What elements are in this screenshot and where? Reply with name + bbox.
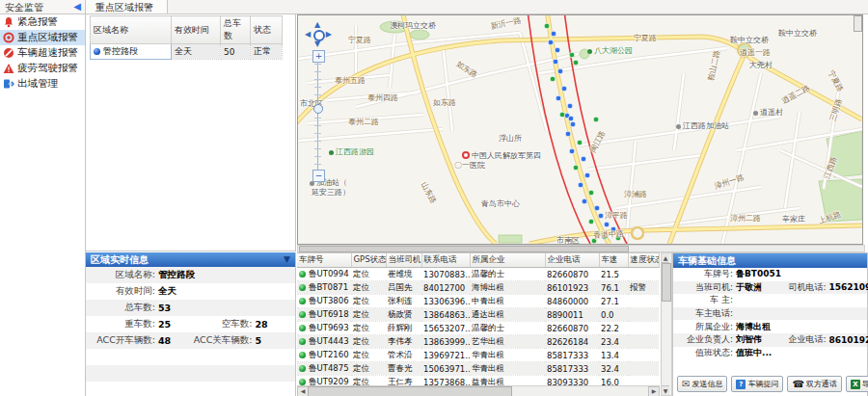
pan-left-icon[interactable]: ◀ [305,31,311,39]
sidebar-item-no-entry[interactable]: 车辆超速报警 [0,45,85,61]
vehicle-marker-green[interactable] [573,165,579,171]
vehicle-marker-green[interactable] [588,219,594,224]
info-row: 车主电话: [673,307,867,321]
info-row: 车 主: [673,294,867,307]
vehicle-marker-blue[interactable] [567,103,573,109]
vehicle-row[interactable]: 鲁UT9693定位薛辉刚15653207...温馨的士8266087022.2 [297,322,659,335]
vehicle-marker-blue[interactable] [598,213,604,219]
export-icon: X [851,380,860,389]
vehicle-row[interactable]: 鲁UT4875定位曹春光15063971...华青出租8581733332.4 [297,362,659,376]
vehicle-row[interactable]: 鲁UT3806定位张利连13306396...中青出租8486000027.1 [297,295,659,308]
column-header[interactable]: 状态 [251,16,283,44]
vehicle-marker-blue[interactable] [604,222,610,227]
column-header[interactable]: 所属企业 [470,253,545,268]
scroll-up-arrow-icon[interactable]: ▲ [662,253,669,263]
pan-up-icon[interactable]: ▲ [314,21,320,29]
vehicle-row[interactable]: 鲁BT0871定位吕国先84012700海博出租8610192376.1报警 [297,281,659,295]
map-label: 逍遥村 [753,107,783,118]
vehicle-table-horizontal-scrollbar[interactable]: ◀ ▶ [297,385,660,396]
map[interactable]: 宁夏路宁夏路宁夏路新沂一路如东路如东路泰州五路泰州四路泰州二路山东路澳柯玛立交桥… [297,14,863,245]
zoom-out-button[interactable]: − [312,170,325,182]
vehicle-marker-blue[interactable] [555,47,560,53]
column-header[interactable]: 联系电话 [421,253,470,268]
map-zoom-control[interactable]: + − [312,50,324,185]
vehicle-marker-blue[interactable] [548,40,554,45]
column-header[interactable]: GPS状态 [351,253,386,268]
info-row: 值班状态:值班中... [673,347,867,360]
vehicle-marker-green[interactable] [544,23,550,29]
field-label: 企业负责人: [673,333,733,346]
map-horizontal-scrollbar[interactable] [297,245,865,252]
vehicle-table-hscroll-thumb[interactable] [308,386,512,396]
vehicle-row[interactable]: 鲁UT0994定位崔维境13070883...温馨的士8266087021.5 [297,268,659,281]
map-pan-control[interactable]: ▲ ▼ ◀ ▶ [306,22,331,47]
vehicle-row[interactable]: 鲁UT6918定位杨政贤13864863...通达出租88900110.0 [297,308,659,322]
column-header[interactable]: 当班司机 [386,253,421,268]
vehicle-marker-green[interactable] [588,190,594,196]
region-table: 区域名称有效时间总车数状态 管控路段全天50正常 [90,15,283,60]
column-header[interactable]: 速度状态 [628,253,659,268]
bottom-section: 车牌号GPS状态当班司机联系电话所属企业企业电话车速速度状态 鲁UT0994定位… [297,252,868,396]
sidebar-item-target[interactable]: 重点区域报警 [0,30,85,45]
vehicle-marker-blue[interactable] [561,86,567,92]
vehicle-marker-green[interactable] [569,52,575,58]
map-hscroll-thumb[interactable] [299,246,629,252]
vehicle-marker-blue[interactable] [551,31,556,37]
vehicle-marker-blue[interactable] [565,131,571,137]
vehicle-marker-blue[interactable] [557,68,563,74]
vehicle-marker-blue[interactable] [556,95,561,101]
collapse-down-arrow-icon[interactable]: ▼ [284,252,290,267]
vehicle-marker-blue[interactable] [569,148,575,154]
column-header[interactable]: 区域名称 [91,16,172,44]
column-header[interactable]: 总车数 [221,16,251,44]
vehicle-marker-green[interactable] [577,140,583,145]
vehicle-table-vscroll-thumb[interactable] [662,263,671,302]
vehicle-marker-green[interactable] [559,112,565,118]
vehicle-marker-blue[interactable] [582,198,587,204]
map-canvas [298,15,862,244]
vehicle-marker-blue[interactable] [568,116,574,121]
sidebar-items: 紧急报警重点区域报警车辆超速报警疲劳驾驶报警出域管理 [0,14,85,92]
sidebar-item-warning[interactable]: 疲劳驾驶报警 [0,61,85,76]
scroll-right-arrow-icon[interactable]: ▶ [648,386,660,396]
vehicle-marker-blue[interactable] [578,182,583,188]
map-label: 泰州五路 [335,75,366,86]
vehicle-query-button[interactable]: ? 车辆提问 [731,376,783,392]
tab-key-area-alarm[interactable]: 重点区域报警 [86,0,168,13]
column-header[interactable]: 企业电话 [545,253,599,268]
export-button[interactable]: X 导 出 [846,376,868,392]
sidebar-item-bell[interactable]: 紧急报警 [0,14,85,30]
vehicle-marker-blue[interactable] [570,121,576,127]
vehicle-marker-blue[interactable] [581,156,586,162]
vehicle-marker-blue[interactable] [553,59,558,65]
send-message-button[interactable]: ✉ 发送信息 [677,376,727,392]
column-header[interactable]: 有效时间 [172,16,221,44]
vehicle-marker-green[interactable] [573,60,579,66]
map-vertical-scrollbar-thumb[interactable] [854,15,862,32]
region-row[interactable]: 管控路段全天50正常 [91,44,283,60]
map-label: 鞍中立交桥 [778,28,817,39]
vehicle-table-vertical-scrollbar[interactable]: ▲ ▼ [661,252,672,396]
vehicle-info-title: 车辆基础信息 [678,255,736,266]
vehicle-row[interactable]: 鲁UT2160定位管术沿13969721...华青出租8581733313.4 [297,349,659,362]
map-label: 辛家庄 [782,214,805,224]
vehicle-marker-green[interactable] [550,76,556,82]
scroll-down-arrow-icon[interactable]: ▼ [662,385,669,395]
vehicle-row[interactable]: 鲁UT4443定位李伟孝13863999...艺华出租8262618423.4 [297,335,659,349]
two-way-call-button[interactable]: ☎ 双方通话 [787,376,841,392]
send-message-icon: ✉ [682,379,690,389]
vehicle-marker-green[interactable] [593,117,599,122]
vehicle-marker-blue[interactable] [594,205,600,211]
zoom-slider-handle[interactable] [313,104,323,114]
pan-center-icon[interactable] [313,30,325,41]
field-value: 海博出租 [736,321,771,333]
sidebar-item-exit[interactable]: 出域管理 [0,76,85,92]
pan-right-icon[interactable]: ▶ [326,31,332,39]
pan-down-icon[interactable]: ▼ [314,40,320,48]
vehicle-marker-blue[interactable] [584,172,590,178]
collapse-left-arrow-icon[interactable]: ◀ [73,0,81,13]
column-header[interactable]: 车牌号 [297,253,351,268]
zoom-in-button[interactable]: + [312,50,325,63]
field-label: 车 主: [673,294,733,306]
column-header[interactable]: 车速 [599,253,628,268]
